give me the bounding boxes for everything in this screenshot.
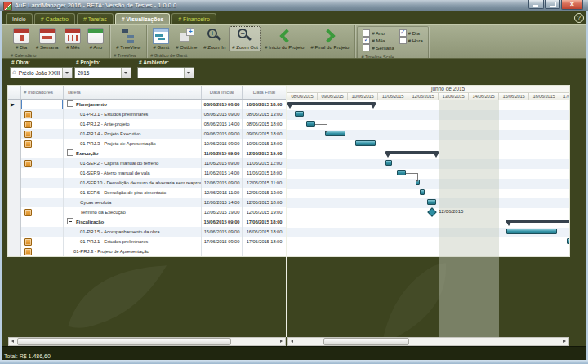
end-date-cell[interactable]: 12/06/2015 11:00 [243,178,286,188]
row-selector[interactable] [8,139,21,149]
end-date-cell[interactable]: 10/06/2015 18:00 [243,139,286,149]
indicator-cell[interactable] [21,119,64,129]
table-row[interactable]: 01-PRJ.1 - Estudos preliminares17/06/201… [8,237,286,246]
end-date-cell[interactable]: 16/06/2015 18:00 [243,227,286,237]
button-gantt[interactable]: # Gantt [150,26,172,51]
scrollbar-thumb[interactable] [323,338,409,345]
end-date-cell[interactable]: 17/06/2015 18:00 [243,217,286,227]
indicator-cell[interactable] [21,149,64,158]
start-date-cell[interactable]: 12/06/2015 11:00 [202,188,243,198]
dropdown-ambiente[interactable] [137,67,194,78]
table-row[interactable]: 01-PRJ.3 - Projeto de Apresentação [8,246,286,256]
task-bar[interactable] [295,111,304,117]
dropdown-projeto[interactable]: 2015 [74,67,131,78]
button-zoom-out[interactable]: # Zoom Out [229,26,261,51]
collapse-icon[interactable] [67,218,74,224]
button-início-do-projeto[interactable]: # Início do Projeto [262,26,306,51]
button-mês[interactable]: # Mês [62,26,83,51]
scrollbar-thumb[interactable] [17,338,231,345]
task-name-cell[interactable]: 01-PRJ.4 - Projeto Executivo [64,129,202,139]
table-row[interactable]: 01-PRJ.3 - Projeto de Apresentação10/06/… [8,139,286,149]
row-selector[interactable] [8,109,21,119]
tab-tarefas[interactable]: # Tarefas [77,13,114,24]
scroll-right-arrow[interactable] [278,338,285,345]
button-zoom-in[interactable]: # Zoom In [201,26,228,51]
checkbox-icon[interactable] [399,37,407,44]
indicator-cell[interactable] [21,158,64,168]
task-bar[interactable] [420,189,425,195]
row-selector[interactable] [8,168,21,178]
start-date-cell[interactable]: 11/06/2015 14:00 [202,168,243,178]
end-date-cell[interactable]: 17/06/2015 18:00 [243,237,286,246]
scroll-right-arrow[interactable] [561,338,568,345]
task-bar[interactable] [355,140,376,146]
start-date-cell[interactable]: 10/06/2015 09:00 [202,139,243,149]
row-selector[interactable] [8,158,21,168]
table-row[interactable]: 01-PRJ.4 - Projeto Executivo09/06/2015 0… [8,129,286,139]
end-date-cell[interactable]: 11/06/2015 12:00 [243,158,286,168]
start-date-cell[interactable]: 11/06/2015 09:00 [202,149,243,158]
start-date-cell[interactable]: 15/06/2015 09:00 [202,227,243,237]
task-bar[interactable] [567,238,569,244]
indicator-cell[interactable] [21,227,64,237]
row-selector[interactable] [8,119,21,129]
row-selector[interactable] [8,178,21,188]
end-date-cell[interactable]: 12/06/2015 18:00 [243,198,286,207]
end-date-cell[interactable]: 08/06/2015 13:00 [243,109,286,119]
chevron-down-icon[interactable] [62,68,72,78]
tab-cadastro[interactable]: # Cadastro [34,13,75,24]
checkbox-dia[interactable]: # Dia [399,29,423,37]
task-name-cell[interactable]: 01-PRJ.1 - Estudos preliminares [64,237,202,246]
indicator-cell[interactable] [21,139,64,149]
start-date-cell[interactable] [202,246,243,256]
button-final-do-projeto[interactable]: # Final do Projeto [308,26,351,51]
table-row[interactable]: Fiscalização15/06/2015 09:0017/06/2015 1… [8,217,286,227]
table-row[interactable]: ▶Planejamento08/06/2015 06:0010/06/2015 … [8,100,286,109]
table-row[interactable]: 01-SEP.9 - Aterro manual de vala11/06/20… [8,168,286,178]
task-name-cell[interactable]: 01-SEP.10 - Demolição de muro de alvenar… [64,178,202,188]
column-header-tarefa[interactable]: Tarefa [64,86,202,99]
table-row[interactable]: 01-PRJ.2 - Ante-projeto08/06/2015 14:000… [8,119,286,129]
end-date-cell[interactable]: 12/06/2015 19:00 [243,149,286,158]
table-row[interactable]: 01-SEP.6 - Demolição de piso cimentado12… [8,188,286,198]
button-ano[interactable]: # Ano [85,26,106,51]
tab-financeiro[interactable]: # Financeiro [172,13,216,24]
row-selector[interactable] [8,129,21,139]
start-date-cell[interactable]: 08/06/2015 14:00 [202,119,243,129]
start-date-cell[interactable]: 09/06/2015 09:00 [202,129,243,139]
button-dia[interactable]: # Dia [11,26,32,51]
indicator-cell[interactable] [21,109,64,119]
start-date-cell[interactable]: 17/06/2015 09:00 [202,237,243,246]
indicator-cell[interactable] [21,188,64,198]
checkbox-mês[interactable]: # Mês [363,37,394,44]
start-date-cell[interactable]: 12/06/2015 19:00 [202,207,243,217]
task-name-cell[interactable]: Termino da Execução [64,207,202,217]
scroll-left-arrow[interactable] [288,338,296,345]
start-date-cell[interactable]: 12/06/2015 09:00 [202,178,243,188]
row-selector[interactable] [8,237,21,246]
indicator-cell[interactable] [21,129,64,139]
close-button[interactable] [561,0,583,10]
start-date-cell[interactable]: 08/06/2015 06:00 [202,100,243,109]
start-date-cell[interactable]: 15/06/2015 09:00 [202,217,243,227]
scroll-left-arrow[interactable] [9,338,16,345]
maximize-button[interactable] [545,0,560,9]
task-name-cell[interactable]: 01-SEP.2 - Capina manual do terreno [64,158,202,168]
task-name-cell[interactable]: Cycas revoluta [64,198,202,207]
start-date-cell[interactable]: 11/06/2015 09:00 [202,158,243,168]
table-row[interactable]: 01-SEP.2 - Capina manual do terreno11/06… [8,158,286,168]
start-date-cell[interactable]: 12/06/2015 14:00 [202,198,243,207]
indicator-cell[interactable] [21,237,64,246]
checkbox-hora[interactable]: # Hora [399,37,423,44]
help-icon[interactable]: ? [574,13,584,23]
end-date-cell[interactable]: 12/06/2015 13:00 [243,188,286,198]
button-semana[interactable]: # Semana [33,26,60,51]
table-row[interactable]: Execução11/06/2015 09:0012/06/2015 19:00 [8,149,286,158]
row-selector[interactable] [8,227,21,237]
collapse-icon[interactable] [67,100,74,107]
collapse-icon[interactable] [67,149,74,156]
task-name-cell[interactable]: 01-PRJ.3 - Projeto de Apresentação [64,139,202,149]
task-name-cell[interactable]: 01-PRJ.5 - Acompanhamento da obra [64,227,202,237]
chevron-down-icon[interactable] [184,68,194,78]
button-treeview[interactable]: # TreeView [114,26,143,51]
